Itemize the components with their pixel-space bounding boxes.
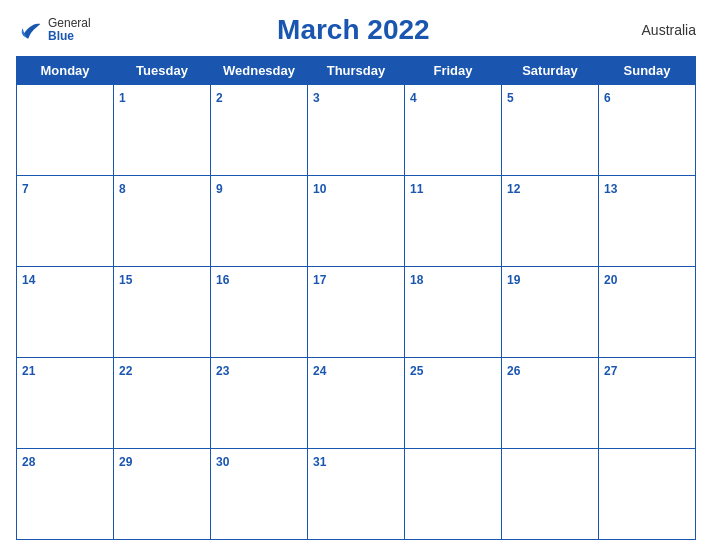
calendar-day-cell: 10: [308, 176, 405, 267]
calendar-week-row: 14151617181920: [17, 267, 696, 358]
calendar-day-cell: 11: [405, 176, 502, 267]
day-number: 24: [313, 364, 326, 378]
calendar-day-cell: 18: [405, 267, 502, 358]
day-number: 11: [410, 182, 423, 196]
calendar-week-row: 78910111213: [17, 176, 696, 267]
day-number: 29: [119, 455, 132, 469]
calendar-day-cell: 1: [114, 85, 211, 176]
calendar-header: General Blue March 2022 Australia: [16, 10, 696, 50]
day-number: 8: [119, 182, 126, 196]
calendar-day-cell: 26: [502, 358, 599, 449]
col-wednesday: Wednesday: [211, 57, 308, 85]
col-monday: Monday: [17, 57, 114, 85]
calendar-day-cell: 25: [405, 358, 502, 449]
calendar-title: March 2022: [91, 14, 616, 46]
calendar-week-row: 28293031: [17, 449, 696, 540]
day-number: 6: [604, 91, 611, 105]
calendar-week-row: 123456: [17, 85, 696, 176]
calendar-day-cell: 12: [502, 176, 599, 267]
col-sunday: Sunday: [599, 57, 696, 85]
day-number: 15: [119, 273, 132, 287]
day-number: 26: [507, 364, 520, 378]
calendar-day-cell: 21: [17, 358, 114, 449]
day-number: 1: [119, 91, 126, 105]
calendar-day-cell: 31: [308, 449, 405, 540]
col-friday: Friday: [405, 57, 502, 85]
day-number: 22: [119, 364, 132, 378]
calendar-day-cell: 9: [211, 176, 308, 267]
day-number: 14: [22, 273, 35, 287]
calendar-day-cell: 19: [502, 267, 599, 358]
calendar-day-cell: 2: [211, 85, 308, 176]
col-saturday: Saturday: [502, 57, 599, 85]
calendar-day-cell: 24: [308, 358, 405, 449]
day-number: 16: [216, 273, 229, 287]
day-number: 23: [216, 364, 229, 378]
day-number: 4: [410, 91, 417, 105]
col-thursday: Thursday: [308, 57, 405, 85]
day-number: 28: [22, 455, 35, 469]
day-number: 5: [507, 91, 514, 105]
day-number: 2: [216, 91, 223, 105]
calendar-day-cell: 27: [599, 358, 696, 449]
calendar-day-cell: 22: [114, 358, 211, 449]
day-number: 19: [507, 273, 520, 287]
day-number: 30: [216, 455, 229, 469]
calendar-day-cell: 4: [405, 85, 502, 176]
logo-blue: Blue: [48, 30, 91, 43]
day-number: 12: [507, 182, 520, 196]
calendar-day-cell: 6: [599, 85, 696, 176]
calendar-day-cell: 15: [114, 267, 211, 358]
day-number: 7: [22, 182, 29, 196]
calendar-day-cell: 23: [211, 358, 308, 449]
calendar-table: Monday Tuesday Wednesday Thursday Friday…: [16, 56, 696, 540]
calendar-body: 1234567891011121314151617181920212223242…: [17, 85, 696, 540]
calendar-day-cell: 17: [308, 267, 405, 358]
calendar-day-cell: 20: [599, 267, 696, 358]
calendar-header-row: Monday Tuesday Wednesday Thursday Friday…: [17, 57, 696, 85]
calendar-day-cell: 14: [17, 267, 114, 358]
calendar-day-cell: 28: [17, 449, 114, 540]
calendar-day-cell: 3: [308, 85, 405, 176]
day-number: 20: [604, 273, 617, 287]
calendar-day-cell: 13: [599, 176, 696, 267]
day-number: 31: [313, 455, 326, 469]
day-number: 3: [313, 91, 320, 105]
calendar-day-cell: 16: [211, 267, 308, 358]
calendar-day-cell: 5: [502, 85, 599, 176]
calendar-day-cell: 30: [211, 449, 308, 540]
logo-text: General Blue: [48, 17, 91, 43]
day-number: 18: [410, 273, 423, 287]
day-number: 9: [216, 182, 223, 196]
col-tuesday: Tuesday: [114, 57, 211, 85]
day-number: 25: [410, 364, 423, 378]
calendar-country: Australia: [616, 22, 696, 38]
day-number: 13: [604, 182, 617, 196]
day-number: 10: [313, 182, 326, 196]
calendar-day-cell: [599, 449, 696, 540]
calendar-day-cell: [405, 449, 502, 540]
day-number: 27: [604, 364, 617, 378]
calendar-day-cell: 7: [17, 176, 114, 267]
calendar-week-row: 21222324252627: [17, 358, 696, 449]
calendar-page: General Blue March 2022 Australia Monday…: [0, 0, 712, 550]
logo-bird-icon: [16, 16, 44, 44]
logo: General Blue: [16, 16, 91, 44]
calendar-day-cell: [17, 85, 114, 176]
day-number: 21: [22, 364, 35, 378]
calendar-day-cell: 29: [114, 449, 211, 540]
day-number: 17: [313, 273, 326, 287]
calendar-day-cell: [502, 449, 599, 540]
calendar-day-cell: 8: [114, 176, 211, 267]
